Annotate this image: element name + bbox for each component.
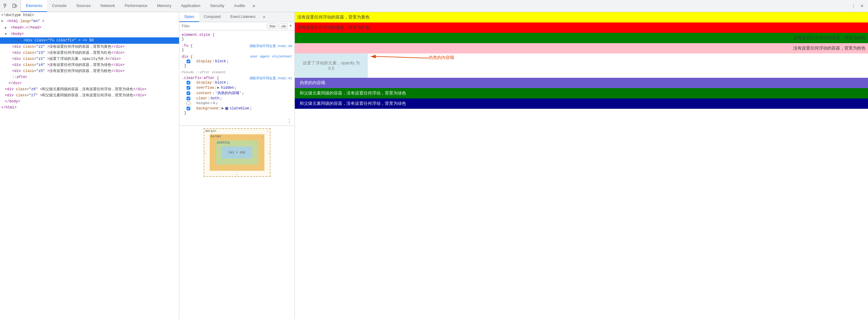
overflow-expand[interactable]: ▶ (217, 85, 220, 90)
arrow-svg (368, 54, 404, 63)
style-property-display-after: display : block ; (182, 80, 249, 85)
page-pink-text: 没有设置任何浮动的容器，背景为粉色 (793, 45, 866, 51)
style-rule-fu: .fu { 清除浮动不同位置.html:39 } (179, 42, 294, 54)
style-rule-clearfix: .clearfix:after { 清除浮动不同位置.html:41 displ… (179, 75, 294, 116)
html-div-z5[interactable]: <div class="z5" >没有设置任何浮动的容器，背景为粉色</div> (0, 68, 179, 74)
html-pseudo-after[interactable]: ::after (0, 74, 179, 80)
svg-rect-0 (4, 4, 6, 6)
inspect-icon[interactable] (2, 2, 10, 10)
triangle-html[interactable] (1, 19, 5, 24)
filter-buttons: :hov .cls + (267, 23, 292, 29)
tab-sources[interactable]: Sources (71, 0, 96, 12)
bm-bottom-dash: - (236, 173, 238, 176)
html-div-z7[interactable]: <div class="z7" >和父级元素同级的容器，没有设置任何浮动，背景为… (0, 92, 179, 98)
display-after-checkbox[interactable] (187, 81, 190, 85)
devtools-topbar: Elements Console Sources Network Perform… (0, 0, 868, 12)
more-tabs-btn[interactable]: » (250, 0, 258, 12)
triangle-head[interactable] (5, 25, 8, 31)
style-rule-closing: } (182, 37, 292, 41)
elements-panel[interactable]: <!doctype html> <html lang="en" > <head>… (0, 12, 179, 319)
more-panel-tabs[interactable]: » (260, 12, 268, 22)
html-html-close: </html> (0, 104, 179, 110)
bm-content-size: 541 × 266 (228, 151, 245, 154)
html-body[interactable]: <body> (0, 31, 179, 37)
html-div-fu[interactable]: ... <div class="fu clearfix" > == $0 (0, 37, 179, 44)
html-tag[interactable]: <html lang="en" > (0, 18, 179, 25)
overflow-checkbox[interactable] (187, 86, 190, 90)
style-selector-clearfix: .clearfix:after { 清除浮动不同位置.html:41 (182, 76, 292, 80)
styles-content: element.style { } .fu { 清除浮动不同位置.html:39… (179, 30, 294, 319)
background-checkbox[interactable] (187, 107, 190, 110)
tab-console[interactable]: Console (47, 0, 71, 12)
display-checkbox[interactable] (187, 60, 190, 63)
tab-memory[interactable]: Memory (152, 0, 176, 12)
background-expand[interactable]: ▶ (222, 106, 225, 110)
devtools-controls: ⋮ ✕ (847, 2, 868, 10)
style-property-display: display : block ; (182, 59, 292, 64)
tab-event-listeners[interactable]: Event Listeners (225, 12, 260, 22)
tab-computed[interactable]: Computed (199, 12, 225, 22)
html-doctype: <!doctype html> (0, 12, 179, 18)
html-div-z2[interactable]: <div class="z2" >没有设置任何浮动的容器，背景为黄色</div> (0, 44, 179, 50)
style-property-background: background : ▶ slateblue ; (182, 106, 292, 111)
bm-margin-label: margin (206, 129, 216, 133)
tab-security[interactable]: Security (205, 0, 229, 12)
webpage-panel: 没有设置任何浮动的容器，背景为黄色 没有设置任何浮动的容器，背景为红色 没有设置… (295, 12, 868, 319)
devtools-menu-btn[interactable]: ⋮ (850, 2, 857, 10)
style-property-height: height : 0 ; (182, 101, 292, 106)
svg-line-1 (4, 6, 6, 8)
html-div-z6[interactable]: <div class="z6" >和父级元素同级的容器，没有设置任何浮动，背景为… (0, 86, 179, 92)
page-after-div: 伪类的内容哦 (295, 78, 868, 88)
style-rule-element: element.style { } (179, 32, 294, 42)
svg-rect-3 (16, 5, 17, 7)
style-property-clear: clear : both ; (182, 96, 292, 101)
tab-performance[interactable]: Performance (120, 0, 152, 12)
height-checkbox[interactable] (187, 101, 190, 105)
html-div-z1[interactable]: <div class="z1" >设置了浮动的元素，opacity为0.5</d… (0, 56, 179, 62)
html-body-close: </body> (0, 98, 179, 104)
devtools-icon-group (0, 0, 21, 12)
bm-margin-value-top: - (267, 129, 268, 133)
bm-padding-value: - (255, 141, 257, 144)
color-swatch-slateblue[interactable] (225, 107, 228, 110)
box-model: margin - border - padding - (204, 128, 271, 177)
triangle-body[interactable] (5, 31, 8, 37)
style-selector-fu: .fu { 清除浮动不同位置.html:39 (182, 44, 292, 48)
tab-application[interactable]: Application (176, 0, 206, 12)
page-sibling-z6: 和父级元素同级的容器，没有设置任何浮动，背景为绿色 (295, 88, 868, 98)
filter-add-btn[interactable]: + (289, 23, 292, 29)
bm-content-box: 541 × 266 (222, 147, 252, 159)
tab-network[interactable]: Network (96, 0, 120, 12)
page-red-text: 没有设置任何浮动的容器，背景为红色 (297, 25, 370, 30)
triangle-div-fu[interactable] (18, 38, 21, 43)
tab-elements[interactable]: Elements (21, 0, 47, 12)
style-property-overflow: overflow : ▶ hidden ; (182, 85, 292, 90)
filter-input[interactable] (182, 24, 265, 28)
content-checkbox[interactable] (187, 91, 190, 95)
bm-padding-label: padding (217, 141, 230, 144)
devtools-close-btn[interactable]: ✕ (858, 2, 866, 10)
tab-styles[interactable]: Styles (179, 12, 199, 22)
page-yellow-text: 没有设置任何浮动的容器，背景为黄色 (297, 14, 370, 20)
filter-cls-btn[interactable]: .cls (279, 23, 288, 29)
bm-border-value: - (261, 135, 263, 138)
main-content: <!doctype html> <html lang="en" > <head>… (0, 12, 868, 319)
styles-panel-tabs: Styles Computed Event Listeners » (179, 12, 294, 22)
more-styles-btn[interactable]: ⋮ (179, 116, 294, 125)
page-green-div: 没有设置任何浮动的容器，背景为绿色 (295, 33, 868, 43)
page-after-text: 伪类的内容哦 (300, 80, 325, 85)
clear-checkbox[interactable] (187, 97, 190, 100)
html-div-z4[interactable]: <div class="z4" >没有设置任何浮动的容器，背景为绿色</div> (0, 62, 179, 68)
page-yellow-div: 没有设置任何浮动的容器，背景为黄色 (295, 12, 868, 23)
html-div-z3[interactable]: <div class="z3" >没有设置任何浮动的容器，背景为红色</div> (0, 50, 179, 56)
styles-panel: Styles Computed Event Listeners » :hov .… (179, 12, 295, 319)
tab-audits[interactable]: Audits (229, 0, 250, 12)
filter-hov-btn[interactable]: :hov (267, 23, 277, 29)
svg-rect-2 (13, 4, 15, 8)
page-green-text: 没有设置任何浮动的容器，背景为绿色 (793, 35, 866, 40)
html-head[interactable]: <head>…</head> (0, 25, 179, 31)
style-selector-div: div { user agent stylesheet (182, 55, 292, 59)
style-selector-element: element.style { (182, 33, 292, 37)
bm-right-dash: - (268, 151, 270, 154)
device-icon[interactable] (11, 2, 18, 10)
